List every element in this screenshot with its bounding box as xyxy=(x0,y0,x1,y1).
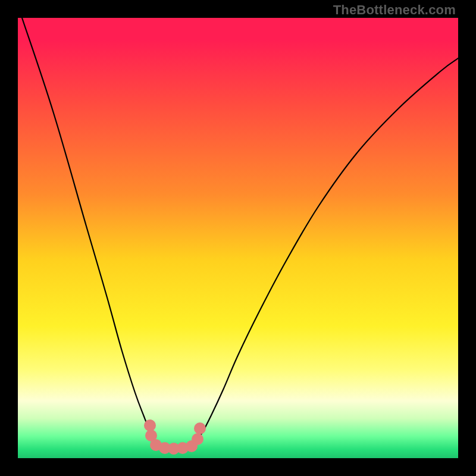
watermark-text: TheBottleneck.com xyxy=(333,2,456,18)
chart-background-gradient xyxy=(18,18,458,458)
chart-plot-area xyxy=(18,18,458,458)
